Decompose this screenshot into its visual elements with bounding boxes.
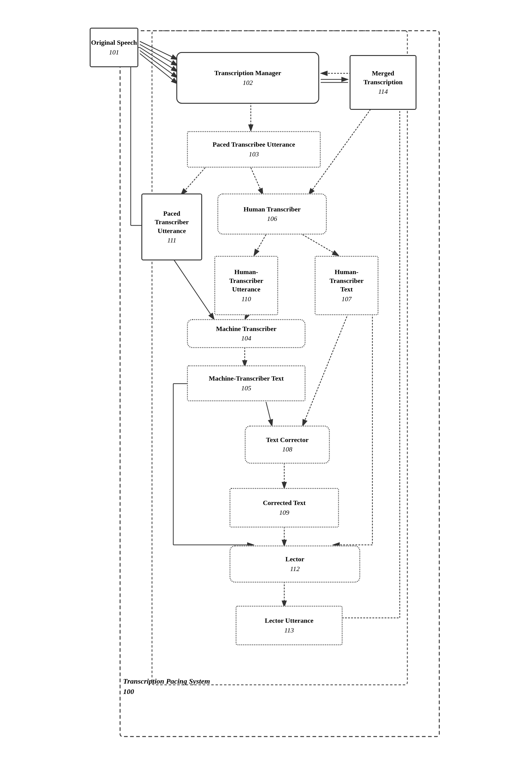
lector-label: Lector [285, 555, 304, 564]
svg-line-8 [140, 53, 178, 84]
htu-label: Human-TranscriberUtterance [229, 268, 263, 294]
ht-label: Human Transcriber [244, 205, 301, 214]
svg-line-6 [140, 47, 178, 72]
human-transcriber-utterance-box: Human-TranscriberUtterance 110 [214, 256, 278, 315]
text-corrector-box: Text Corrector 108 [245, 426, 330, 464]
system-label: Transcription Pacing System 100 [123, 676, 210, 697]
ct-label: Corrected Text [263, 499, 306, 507]
diagram-container: Original Speech 101 Transcription Manage… [84, 12, 448, 758]
svg-line-4 [140, 41, 178, 60]
svg-line-21 [302, 314, 348, 426]
lector-utterance-box: Lector Utterance 113 [236, 606, 343, 645]
svg-line-7 [140, 50, 178, 78]
ptu-label: Paced Transcribee Utterance [212, 140, 295, 149]
ct-num: 109 [279, 509, 289, 516]
transcription-manager-box: Transcription Manager 102 [176, 52, 319, 104]
lector-box: Lector 112 [230, 545, 360, 583]
machine-transcriber-text-box: Machine-Transcriber Text 105 [187, 365, 306, 401]
lu-num: 113 [284, 627, 294, 634]
mt-label: MergedTranscription [363, 69, 402, 86]
tm-label: Transcription Manager [214, 69, 281, 78]
htt-num: 107 [342, 295, 352, 303]
corrected-text-box: Corrected Text 109 [230, 488, 339, 527]
lu-label: Lector Utterance [265, 616, 313, 625]
tm-num: 102 [243, 79, 253, 87]
paced-transcriber-utterance-box: PacedTranscriberUtterance 111 [141, 194, 202, 261]
ptu2-label: PacedTranscriberUtterance [155, 209, 189, 236]
human-transcriber-box: Human Transcriber 106 [217, 194, 327, 235]
htt-label: Human-TranscriberText [330, 268, 364, 294]
original-speech-num: 101 [109, 48, 119, 56]
ptu2-num: 111 [167, 237, 176, 244]
mtt-num: 105 [241, 384, 251, 392]
tc-num: 108 [282, 445, 292, 453]
svg-line-20 [266, 402, 272, 426]
svg-rect-3 [152, 31, 407, 685]
machine-transcriber-box: Machine Transcriber 104 [187, 319, 306, 348]
mt-num: 114 [378, 88, 388, 95]
svg-line-17 [173, 259, 214, 320]
tc-label: Text Corrector [266, 436, 309, 444]
htu-num: 110 [241, 295, 251, 303]
paced-transcribee-utterance-box: Paced Transcribee Utterance 103 [187, 131, 321, 167]
mtr-num: 104 [241, 334, 251, 342]
svg-line-12 [181, 167, 205, 195]
ht-num: 106 [267, 215, 277, 223]
original-speech-label: Original Speech [91, 38, 137, 47]
svg-line-16 [302, 235, 339, 256]
mtr-label: Machine Transcriber [216, 325, 277, 333]
mtt-label: Machine-Transcriber Text [209, 374, 284, 383]
original-speech-box: Original Speech 101 [90, 28, 138, 67]
svg-line-5 [140, 44, 178, 66]
ptu-num: 103 [249, 150, 259, 158]
svg-line-15 [254, 235, 266, 256]
lector-num: 112 [290, 565, 299, 573]
svg-line-13 [251, 167, 263, 195]
merged-transcription-box: MergedTranscription 114 [350, 55, 416, 110]
human-transcriber-text-box: Human-TranscriberText 107 [315, 256, 378, 315]
